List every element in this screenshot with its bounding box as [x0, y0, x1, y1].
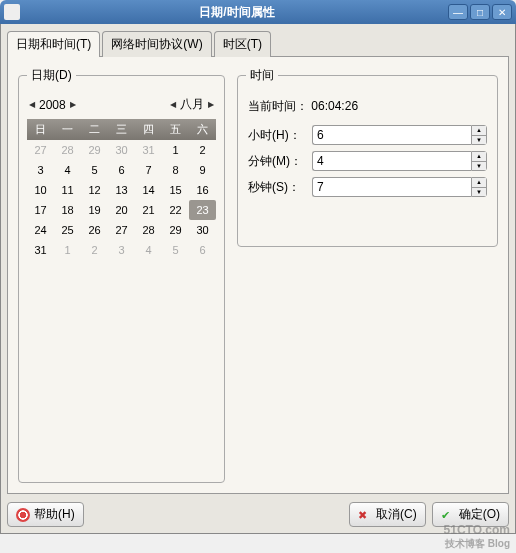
calendar-day[interactable]: 12: [81, 180, 108, 200]
calendar-day[interactable]: 29: [162, 220, 189, 240]
calendar-day[interactable]: 31: [135, 140, 162, 160]
tab-date-time[interactable]: 日期和时间(T): [7, 31, 100, 57]
year-next[interactable]: ▶: [68, 98, 78, 112]
calendar-day[interactable]: 4: [135, 240, 162, 260]
app-icon: [4, 4, 20, 20]
cancel-button[interactable]: 取消(C): [349, 502, 426, 527]
weekday-header: 五: [162, 119, 189, 140]
weekday-header: 四: [135, 119, 162, 140]
titlebar: 日期/时间属性 — □ ✕: [0, 0, 516, 24]
weekday-header: 六: [189, 119, 216, 140]
minute-down[interactable]: ▼: [472, 162, 486, 171]
calendar-day[interactable]: 13: [108, 180, 135, 200]
calendar-day[interactable]: 8: [162, 160, 189, 180]
date-legend: 日期(D): [27, 67, 76, 84]
calendar-day[interactable]: 31: [27, 240, 54, 260]
calendar-day[interactable]: 2: [81, 240, 108, 260]
calendar-day[interactable]: 21: [135, 200, 162, 220]
calendar-day[interactable]: 4: [54, 160, 81, 180]
minute-input[interactable]: [312, 151, 471, 171]
help-label: 帮助(H): [34, 506, 75, 523]
calendar-day[interactable]: 26: [81, 220, 108, 240]
weekday-header: 日: [27, 119, 54, 140]
help-button[interactable]: 帮助(H): [7, 502, 84, 527]
calendar-day[interactable]: 10: [27, 180, 54, 200]
calendar-day[interactable]: 27: [108, 220, 135, 240]
calendar-day[interactable]: 6: [108, 160, 135, 180]
time-legend: 时间: [246, 67, 278, 84]
ok-label: 确定(O): [459, 506, 500, 523]
calendar: 日一二三四五六 27282930311234567891011121314151…: [27, 119, 216, 260]
weekday-header: 一: [54, 119, 81, 140]
maximize-button[interactable]: □: [470, 4, 490, 20]
calendar-day[interactable]: 23: [189, 200, 216, 220]
calendar-day[interactable]: 22: [162, 200, 189, 220]
tab-label: 时区(T): [223, 37, 262, 51]
year-value: 2008: [39, 98, 66, 112]
help-icon: [16, 508, 30, 522]
calendar-day[interactable]: 19: [81, 200, 108, 220]
month-next[interactable]: ▶: [206, 98, 216, 112]
calendar-day[interactable]: 27: [27, 140, 54, 160]
calendar-day[interactable]: 11: [54, 180, 81, 200]
hour-spinner[interactable]: ▲▼: [312, 125, 487, 145]
weekday-header: 三: [108, 119, 135, 140]
time-fieldset: 时间 当前时间： 06:04:26 小时(H)： ▲▼ 分钟(M)： ▲▼: [237, 67, 498, 247]
calendar-day[interactable]: 1: [162, 140, 189, 160]
date-fieldset: 日期(D) ◀ 2008 ▶ ◀ 八月 ▶ 日一二三四五六 2728293031…: [18, 67, 225, 483]
hour-input[interactable]: [312, 125, 471, 145]
calendar-day[interactable]: 18: [54, 200, 81, 220]
window-body: 日期和时间(T) 网络时间协议(W) 时区(T) 日期(D) ◀ 2008 ▶ …: [0, 24, 516, 534]
cancel-icon: [358, 508, 372, 522]
cancel-label: 取消(C): [376, 506, 417, 523]
weekday-header: 二: [81, 119, 108, 140]
calendar-day[interactable]: 9: [189, 160, 216, 180]
calendar-day[interactable]: 30: [189, 220, 216, 240]
calendar-day[interactable]: 25: [54, 220, 81, 240]
current-time-value: 06:04:26: [311, 99, 358, 113]
hour-up[interactable]: ▲: [472, 126, 486, 136]
minute-up[interactable]: ▲: [472, 152, 486, 162]
tab-label: 日期和时间(T): [16, 37, 91, 51]
second-up[interactable]: ▲: [472, 178, 486, 188]
calendar-day[interactable]: 28: [54, 140, 81, 160]
calendar-day[interactable]: 24: [27, 220, 54, 240]
second-spinner[interactable]: ▲▼: [312, 177, 487, 197]
second-down[interactable]: ▼: [472, 188, 486, 197]
calendar-day[interactable]: 30: [108, 140, 135, 160]
month-value: 八月: [180, 96, 204, 113]
dialog-footer: 帮助(H) 取消(C) 确定(O): [7, 494, 509, 527]
month-prev[interactable]: ◀: [168, 98, 178, 112]
calendar-day[interactable]: 17: [27, 200, 54, 220]
calendar-day[interactable]: 20: [108, 200, 135, 220]
calendar-day[interactable]: 15: [162, 180, 189, 200]
tab-timezone[interactable]: 时区(T): [214, 31, 271, 57]
calendar-day[interactable]: 1: [54, 240, 81, 260]
calendar-day[interactable]: 29: [81, 140, 108, 160]
tab-ntp[interactable]: 网络时间协议(W): [102, 31, 211, 57]
minimize-button[interactable]: —: [448, 4, 468, 20]
calendar-day[interactable]: 6: [189, 240, 216, 260]
minute-spinner[interactable]: ▲▼: [312, 151, 487, 171]
calendar-day[interactable]: 28: [135, 220, 162, 240]
hour-label: 小时(H)：: [248, 127, 308, 144]
hour-down[interactable]: ▼: [472, 136, 486, 145]
window-title: 日期/时间属性: [26, 4, 448, 21]
calendar-day[interactable]: 16: [189, 180, 216, 200]
calendar-day[interactable]: 5: [81, 160, 108, 180]
calendar-day[interactable]: 2: [189, 140, 216, 160]
calendar-day[interactable]: 14: [135, 180, 162, 200]
current-time-row: 当前时间： 06:04:26: [248, 98, 487, 115]
calendar-day[interactable]: 3: [27, 160, 54, 180]
tab-bar: 日期和时间(T) 网络时间协议(W) 时区(T): [7, 30, 509, 56]
calendar-day[interactable]: 5: [162, 240, 189, 260]
close-button[interactable]: ✕: [492, 4, 512, 20]
minute-label: 分钟(M)：: [248, 153, 308, 170]
tab-panel: 日期(D) ◀ 2008 ▶ ◀ 八月 ▶ 日一二三四五六 2728293031…: [7, 56, 509, 494]
ok-button[interactable]: 确定(O): [432, 502, 509, 527]
year-prev[interactable]: ◀: [27, 98, 37, 112]
calendar-day[interactable]: 3: [108, 240, 135, 260]
second-input[interactable]: [312, 177, 471, 197]
calendar-day[interactable]: 7: [135, 160, 162, 180]
second-label: 秒钟(S)：: [248, 179, 308, 196]
